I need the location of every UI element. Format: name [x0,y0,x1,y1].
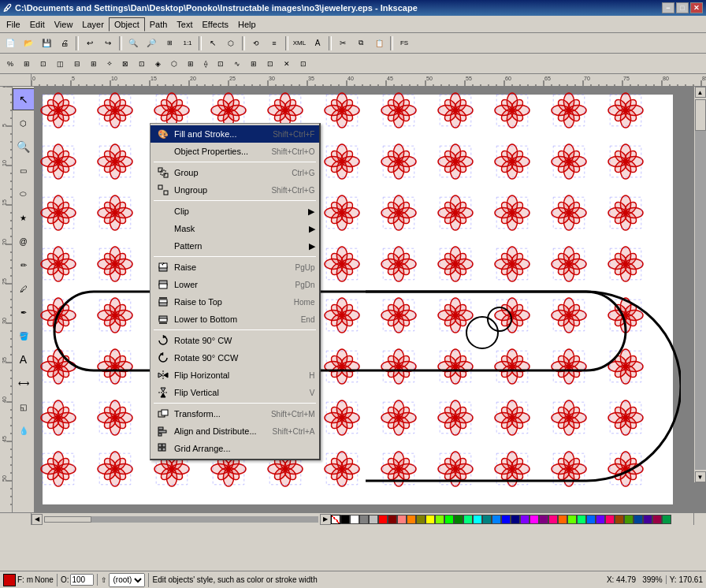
color-swatch[interactable] [473,515,482,524]
save-button[interactable]: 💾 [38,35,55,52]
redo-button[interactable]: ↪ [99,35,117,52]
color-swatch[interactable] [492,515,501,524]
menu-mask[interactable]: Mask ▶ [150,220,319,237]
color-swatch[interactable] [605,515,615,524]
vscroll-up[interactable]: ▲ [695,87,706,98]
tool-node[interactable]: ⬡ [13,112,35,134]
tool-connector[interactable]: ⟷ [13,372,35,394]
menu-grid-arrange[interactable]: Grid Arrange... [150,440,319,457]
tool-star[interactable]: ★ [13,207,35,229]
color-swatch[interactable] [567,515,577,524]
tool-pencil[interactable]: ✏ [13,254,35,276]
color-swatch[interactable] [425,515,435,524]
new-button[interactable]: 📄 [2,35,19,52]
tool-rect[interactable]: ▭ [13,159,35,181]
menu-clip[interactable]: Clip ▶ [150,203,319,220]
menu-lower-to-bottom[interactable]: Lower to Bottom End [150,311,319,328]
select-button[interactable]: ↖ [204,35,221,52]
color-swatch[interactable] [331,515,340,524]
close-button[interactable]: ✕ [690,2,703,13]
color-swatch[interactable] [463,515,473,524]
snap-option5[interactable]: ⊞ [87,58,101,69]
snap-option6[interactable]: ⟡ [103,58,116,69]
snap-option2[interactable]: ⊡ [36,58,50,69]
transform-button[interactable]: ⟲ [247,35,265,52]
menu-raise[interactable]: Raise PgUp [150,259,319,276]
undo-button[interactable]: ↩ [81,35,98,52]
align-button[interactable]: ≡ [266,35,283,52]
tool-gradient[interactable]: ◱ [13,396,35,418]
tool-pen[interactable]: 🖊 [13,277,35,300]
color-swatch[interactable] [530,515,539,524]
maximize-button[interactable]: □ [676,2,689,13]
tool-zoom[interactable]: 🔍 [13,136,35,158]
menu-path[interactable]: Path [145,18,173,31]
fill-color-swatch[interactable] [3,574,16,586]
menu-group[interactable]: Group Ctrl+G [150,164,319,181]
color-swatch[interactable] [586,515,596,524]
color-swatch[interactable] [511,515,520,524]
snap-option1[interactable]: ⊞ [20,58,34,69]
tool-ellipse[interactable]: ⬭ [13,183,35,205]
snap-option14[interactable]: ∿ [230,58,244,69]
open-button[interactable]: 📂 [20,35,37,52]
tool-text[interactable]: A [13,348,35,370]
color-swatch[interactable] [350,515,359,524]
snap-option7[interactable]: ⊠ [118,58,132,69]
color-palette[interactable] [331,512,693,525]
text-tool-button[interactable]: A [309,35,326,52]
print-button[interactable]: 🖨 [56,35,73,52]
node-button[interactable]: ⬡ [222,35,240,52]
layer-select[interactable]: (root) [109,573,145,587]
menu-object[interactable]: Object [109,17,145,32]
snap-option4[interactable]: ⊟ [70,58,84,69]
snap-option9[interactable]: ◈ [151,58,165,69]
snap-option17[interactable]: ✕ [280,58,294,69]
color-swatch[interactable] [444,515,454,524]
canvas-area[interactable]: 🎨 Fill and Stroke... Shift+Ctrl+F Object… [35,87,706,512]
menu-pattern[interactable]: Pattern ▶ [150,237,319,255]
menu-text[interactable]: Text [172,18,197,31]
snap-toggle[interactable]: % [3,58,17,69]
color-swatch[interactable] [539,515,548,524]
menu-view[interactable]: View [50,18,78,31]
vertical-scrollbar[interactable]: ▲ ▼ [693,87,706,482]
color-swatch[interactable] [378,515,388,524]
snap-option11[interactable]: ⊞ [184,58,198,69]
snap-option13[interactable]: ⊡ [214,58,228,69]
color-swatch[interactable] [520,515,530,524]
snap-option16[interactable]: ⊡ [263,58,277,69]
color-swatch[interactable] [407,515,416,524]
color-swatch[interactable] [482,515,492,524]
color-swatch[interactable] [615,515,624,524]
minimize-button[interactable]: − [662,2,674,13]
paste-button[interactable]: 📋 [370,35,388,52]
menu-lower[interactable]: Lower PgDn [150,276,319,293]
snap-option18[interactable]: ⊡ [296,58,310,69]
color-swatch[interactable] [558,515,567,524]
color-swatch[interactable] [359,515,369,524]
color-swatch[interactable] [369,515,378,524]
color-swatch[interactable] [548,515,558,524]
vscroll-track[interactable] [695,99,706,470]
zoom-100-button[interactable]: 1:1 [179,35,196,52]
color-swatch[interactable] [416,515,425,524]
hscroll-left[interactable]: ◀ [32,514,43,525]
color-swatch[interactable] [596,515,605,524]
menu-rotate-cw[interactable]: Rotate 90° CW [150,332,319,349]
menu-layer[interactable]: Layer [77,18,109,31]
menu-raise-to-top[interactable]: Raise to Top Home [150,293,319,311]
opacity-input[interactable] [70,574,94,586]
copy-button[interactable]: ⧉ [352,35,370,52]
tool-select[interactable]: ↖ [13,88,35,110]
menu-object-properties[interactable]: Object Properties... Shift+Ctrl+O [150,143,319,160]
menu-align[interactable]: Align and Distribute... Shift+Ctrl+A [150,422,319,440]
zoom-in-button[interactable]: 🔍 [124,35,142,52]
color-swatch[interactable] [435,515,444,524]
color-swatch[interactable] [501,515,511,524]
color-swatch[interactable] [634,515,643,524]
menu-file[interactable]: File [2,18,25,31]
tool-spiral[interactable]: @ [13,230,35,252]
vscroll-down[interactable]: ▼ [695,471,706,482]
snap-option10[interactable]: ⬡ [167,58,181,69]
